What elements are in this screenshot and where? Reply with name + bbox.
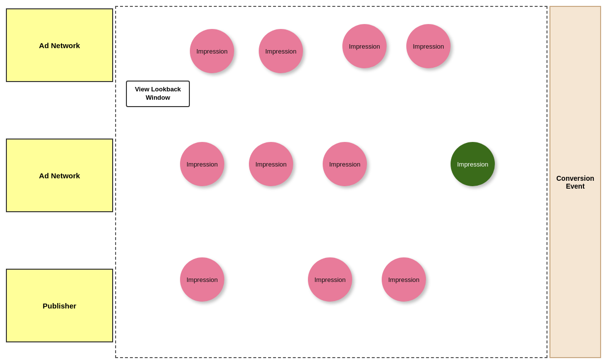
impression-circle-8: Impression bbox=[180, 257, 224, 302]
impression-label-7: Impression bbox=[329, 161, 361, 168]
impression-label-5: Impression bbox=[186, 161, 218, 168]
impression-circle-9: Impression bbox=[308, 257, 352, 302]
lookback-window-button[interactable]: View Lookback Window bbox=[126, 81, 190, 107]
main-container: Ad Network Ad Network Publisher View Loo… bbox=[0, 0, 607, 364]
impression-circle-green: Impression bbox=[451, 142, 495, 186]
impression-label-4: Impression bbox=[413, 43, 444, 50]
impression-circle-5: Impression bbox=[180, 142, 224, 186]
impression-circle-2: Impression bbox=[259, 29, 303, 73]
impression-circle-1: Impression bbox=[190, 29, 234, 73]
center-area: View Lookback Window Impression Impressi… bbox=[115, 6, 547, 358]
impression-label-10: Impression bbox=[388, 276, 420, 283]
impression-circle-3: Impression bbox=[342, 24, 387, 68]
lookback-button-label: View Lookback Window bbox=[135, 85, 181, 101]
ad-network-label-2: Ad Network bbox=[39, 171, 80, 180]
impression-circle-4: Impression bbox=[406, 24, 451, 68]
impression-label-2: Impression bbox=[265, 48, 297, 55]
ad-network-box-2: Ad Network bbox=[6, 139, 113, 212]
publisher-label: Publisher bbox=[43, 302, 76, 310]
impression-circle-6: Impression bbox=[249, 142, 293, 186]
impression-label-3: Impression bbox=[349, 43, 380, 50]
impression-label-green: Impression bbox=[457, 161, 488, 168]
impression-label-9: Impression bbox=[314, 276, 346, 283]
conversion-event-panel: Conversion Event bbox=[549, 6, 601, 358]
impression-circle-10: Impression bbox=[382, 257, 426, 302]
publisher-box: Publisher bbox=[6, 269, 113, 342]
impression-label-1: Impression bbox=[196, 48, 228, 55]
left-sidebar: Ad Network Ad Network Publisher bbox=[6, 6, 113, 358]
impression-label-8: Impression bbox=[186, 276, 218, 283]
conversion-event-label: Conversion Event bbox=[550, 174, 600, 190]
ad-network-box-1: Ad Network bbox=[6, 8, 113, 82]
ad-network-label-1: Ad Network bbox=[39, 41, 80, 50]
impression-circle-7: Impression bbox=[323, 142, 367, 186]
impression-label-6: Impression bbox=[255, 161, 287, 168]
